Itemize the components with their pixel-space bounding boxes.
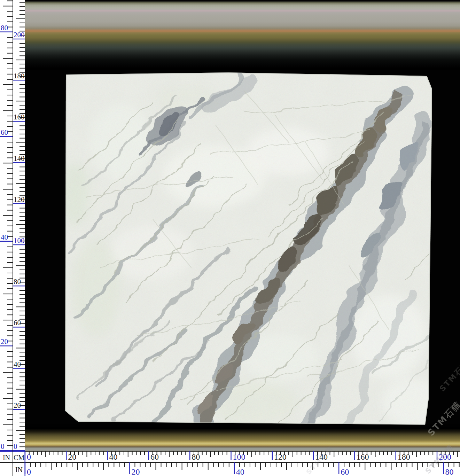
svg-text:40: 40 [236, 467, 244, 476]
svg-text:100: 100 [233, 452, 245, 461]
svg-text:80: 80 [192, 452, 200, 461]
svg-text:60: 60 [150, 452, 159, 461]
bottom-scan-artifact-band [25, 424, 460, 451]
svg-text:20: 20 [68, 452, 76, 461]
svg-text:180: 180 [398, 452, 410, 461]
svg-text:20: 20 [1, 337, 8, 346]
horizontal-cm-ruler: 020406080100120140160180200 [0, 451, 460, 462]
svg-text:40: 40 [14, 360, 21, 368]
horizontal-inch-unit-label: IN [13, 465, 25, 474]
svg-text:200: 200 [14, 31, 25, 39]
svg-text:200: 200 [439, 452, 451, 461]
horizontal-inch-ruler: 020406080 [0, 462, 460, 476]
svg-text:60: 60 [14, 319, 21, 327]
svg-text:60: 60 [341, 467, 349, 476]
scan-area [25, 0, 460, 451]
vertical-inch-unit-label: IN [1, 453, 12, 462]
top-scan-artifact-band [25, 0, 460, 70]
marble-slab-image [65, 72, 432, 426]
svg-text:60: 60 [1, 128, 8, 136]
svg-text:140: 140 [14, 154, 25, 163]
svg-text:120: 120 [14, 195, 25, 204]
vertical-cm-unit-label: CM [13, 453, 25, 462]
vertical-rulers: 806040200200180160140120100806040200 [0, 0, 25, 451]
svg-text:0: 0 [27, 452, 31, 461]
svg-text:80: 80 [445, 467, 454, 476]
svg-text:40: 40 [1, 233, 8, 241]
svg-text:80: 80 [1, 24, 8, 32]
svg-text:160: 160 [14, 113, 25, 121]
svg-text:0: 0 [1, 442, 5, 451]
svg-text:0: 0 [14, 442, 17, 451]
svg-text:20: 20 [14, 401, 21, 409]
svg-text:120: 120 [274, 452, 287, 461]
svg-text:140: 140 [315, 452, 328, 461]
svg-text:0: 0 [27, 467, 31, 476]
svg-text:100: 100 [14, 236, 25, 245]
svg-text:20: 20 [131, 467, 140, 476]
svg-text:160: 160 [356, 452, 369, 461]
slab-scan-viewer: 806040200200180160140120100806040200 020… [0, 0, 460, 476]
svg-text:80: 80 [14, 278, 21, 286]
svg-text:40: 40 [109, 452, 118, 461]
svg-text:180: 180 [14, 72, 25, 80]
